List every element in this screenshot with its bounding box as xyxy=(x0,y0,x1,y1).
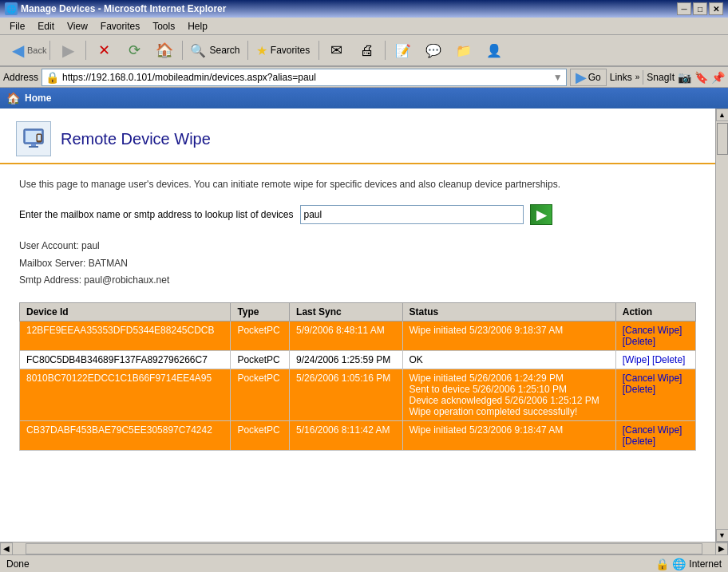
forward-arrow-icon: ▶ xyxy=(62,41,74,60)
scroll-thumb[interactable] xyxy=(717,123,728,155)
back-label: Back xyxy=(27,45,46,55)
go-arrow-icon: ▶ xyxy=(576,69,587,86)
links-sep xyxy=(643,70,643,85)
globe-icon: 🌐 xyxy=(672,558,686,570)
delete-link-0[interactable]: [Delete] xyxy=(623,336,655,347)
stop-icon: ✕ xyxy=(98,41,110,59)
table-row: CB37DABF453BAE79C5EE305897C74242 PocketP… xyxy=(20,420,696,450)
svg-rect-5 xyxy=(38,135,41,140)
devices-table: Device Id Type Last Sync Status Action 1… xyxy=(19,302,696,451)
last-sync-cell: 5/26/2006 1:05:16 PM xyxy=(290,369,402,420)
address-dropdown-icon[interactable]: ▼ xyxy=(553,72,563,83)
page-header: Remote Device Wipe xyxy=(0,108,715,164)
go-button[interactable]: ▶ Go xyxy=(570,69,607,86)
window-title: Manage Devices - Microsoft Internet Expl… xyxy=(21,3,226,14)
cancel-wipe-link-0[interactable]: [Cancel Wipe] xyxy=(623,325,682,336)
col-type: Type xyxy=(231,302,290,321)
devices-icon xyxy=(21,126,46,152)
lookup-input[interactable] xyxy=(300,205,524,224)
lookup-go-arrow-icon: ▶ xyxy=(536,207,546,223)
edit-icon: 📝 xyxy=(395,43,411,58)
menu-view[interactable]: View xyxy=(61,19,94,34)
menu-bar: File Edit View Favorites Tools Help xyxy=(0,18,728,35)
extra-icon-2[interactable]: 📌 xyxy=(711,71,725,84)
search-toolbar-icon: 🔍 xyxy=(190,43,206,58)
snagit-label[interactable]: SnagIt xyxy=(647,72,675,83)
delete-link-2[interactable]: [Delete] xyxy=(623,384,655,395)
menu-favorites[interactable]: Favorites xyxy=(94,19,146,34)
cancel-wipe-link-3[interactable]: [Cancel Wipe] xyxy=(623,424,682,436)
go-label: Go xyxy=(588,72,601,83)
mail-icon: ✉ xyxy=(330,41,342,59)
content-wrapper: Remote Device Wipe Use this page to mana… xyxy=(0,108,728,542)
maximize-button[interactable]: □ xyxy=(693,2,707,15)
svg-rect-3 xyxy=(29,146,38,148)
app-icon: 🌐 xyxy=(5,2,18,15)
vertical-scrollbar[interactable]: ▲ ▼ xyxy=(715,108,728,542)
address-label: Address xyxy=(3,72,38,83)
menu-tools[interactable]: Tools xyxy=(146,19,181,34)
links-chevron-icon: » xyxy=(635,73,640,81)
forward-button[interactable]: ▶ xyxy=(53,37,82,64)
snagit-icon[interactable]: 📷 xyxy=(678,71,691,84)
messenger-button[interactable]: 👤 xyxy=(480,37,508,64)
search-toolbar-button[interactable]: 🔍 Search xyxy=(186,37,243,64)
cancel-wipe-link-2[interactable]: [Cancel Wipe] xyxy=(623,373,682,384)
lookup-go-button[interactable]: ▶ xyxy=(530,204,552,225)
links-label: Links xyxy=(610,72,632,83)
horizontal-scrollbar[interactable]: ◀ ▶ xyxy=(0,542,728,554)
scroll-up-button[interactable]: ▲ xyxy=(716,108,729,121)
zone-label: Internet xyxy=(689,558,722,570)
scroll-right-button[interactable]: ▶ xyxy=(715,542,728,555)
refresh-icon: ⟳ xyxy=(129,41,140,59)
user-account: User Account: paul xyxy=(19,238,696,255)
back-arrow-icon: ◀ xyxy=(12,41,24,60)
status-zone: 🌐 Internet xyxy=(672,558,722,570)
lock-icon: 🔒 xyxy=(655,558,669,570)
lookup-row: Enter the mailbox name or smtp address t… xyxy=(19,204,696,225)
minimize-button[interactable]: ─ xyxy=(677,2,691,15)
scroll-down-button[interactable]: ▼ xyxy=(716,529,729,542)
print-icon: 🖨 xyxy=(360,42,374,59)
discuss-button[interactable]: 💬 xyxy=(419,37,448,64)
scroll-left-button[interactable]: ◀ xyxy=(0,542,13,555)
col-action: Action xyxy=(615,302,695,321)
mail-button[interactable]: ✉ xyxy=(322,37,351,64)
device-id-cell: 12BFE9EEAA35353DFD5344E88245CDCB xyxy=(20,321,231,350)
extra-icon-1[interactable]: 🔖 xyxy=(694,71,708,84)
home-button[interactable]: 🏠 xyxy=(150,37,179,64)
action-cell: [Wipe] [Delete] xyxy=(615,350,695,369)
menu-file[interactable]: File xyxy=(3,19,31,34)
lookup-label: Enter the mailbox name or smtp address t… xyxy=(19,209,294,220)
favorites-toolbar-button[interactable]: ★ Favorites xyxy=(251,37,315,64)
status-cell: Wipe initiated 5/26/2006 1:24:29 PM Sent… xyxy=(402,369,615,420)
action-cell: [Cancel Wipe] [Delete] xyxy=(615,369,695,420)
page-description: Use this page to manage user's devices. … xyxy=(19,177,696,191)
media-icon: 📁 xyxy=(456,43,472,58)
type-cell: PocketPC xyxy=(231,350,290,369)
edit-button[interactable]: 📝 xyxy=(389,37,417,64)
media-button[interactable]: 📁 xyxy=(449,37,478,64)
address-input[interactable] xyxy=(62,72,553,83)
favorites-label: Favorites xyxy=(271,45,310,56)
menu-help[interactable]: Help xyxy=(181,19,214,34)
stop-button[interactable]: ✕ xyxy=(89,37,118,64)
search-toolbar-label: Search xyxy=(209,45,239,56)
refresh-button[interactable]: ⟳ xyxy=(120,37,148,64)
delete-link-3[interactable]: [Delete] xyxy=(623,436,655,447)
h-scroll-track[interactable] xyxy=(26,543,702,554)
action-cell: [Cancel Wipe] [Delete] xyxy=(615,420,695,450)
status-cell: Wipe initiated 5/23/2006 9:18:47 AM xyxy=(402,420,615,450)
wipe-link-1[interactable]: [Wipe] xyxy=(623,354,650,365)
device-id-cell: 8010BC70122EDCC1C1B66F9714EE4A95 xyxy=(20,369,231,420)
last-sync-cell: 5/16/2006 8:11:42 AM xyxy=(290,420,402,450)
col-device-id: Device Id xyxy=(20,302,231,321)
menu-edit[interactable]: Edit xyxy=(31,19,61,34)
table-row: 8010BC70122EDCC1C1B66F9714EE4A95 PocketP… xyxy=(20,369,696,420)
action-cell: [Cancel Wipe] [Delete] xyxy=(615,321,695,350)
scroll-thumb-area xyxy=(717,121,728,529)
close-button[interactable]: ✕ xyxy=(709,2,723,15)
print-button[interactable]: 🖨 xyxy=(353,37,382,64)
delete-link-1[interactable]: [Delete] xyxy=(652,354,685,365)
messenger-icon: 👤 xyxy=(486,43,502,58)
